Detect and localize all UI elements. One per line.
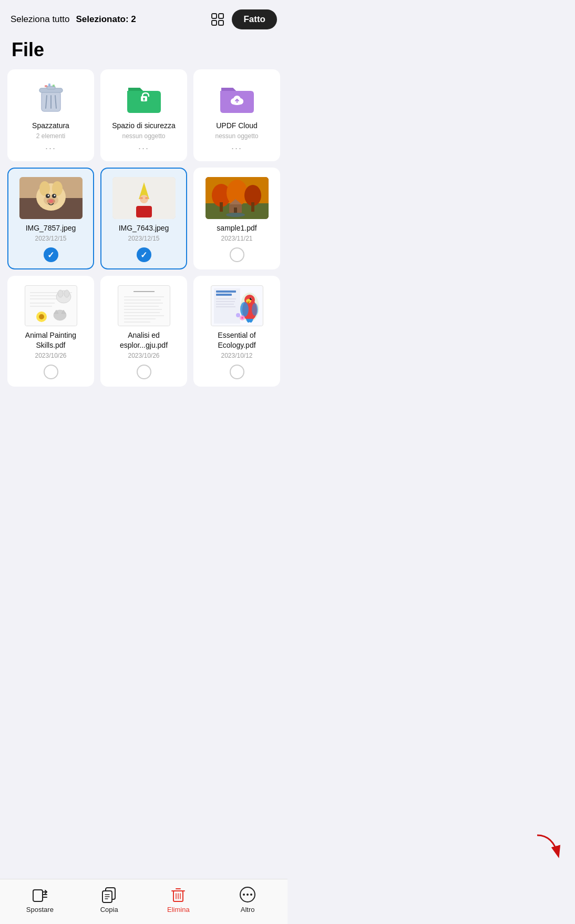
file-date-sample1: 2023/11/21 bbox=[221, 235, 252, 242]
folder-icon-sicurezza bbox=[123, 79, 165, 117]
svg-rect-3 bbox=[219, 20, 223, 25]
svg-point-60 bbox=[39, 314, 44, 319]
folder-menu-sicurezza[interactable]: ··· bbox=[138, 143, 149, 154]
svg-point-25 bbox=[52, 181, 63, 196]
folder-card-cloud[interactable]: UPDF Cloud nessun oggetto ··· bbox=[193, 69, 280, 161]
file-name-ecology: Essential of Ecology.pdf bbox=[200, 330, 274, 349]
svg-point-93 bbox=[251, 298, 252, 299]
svg-point-89 bbox=[252, 303, 258, 316]
file-card-img7857[interactable]: IMG_7857.jpeg 2023/12/15 bbox=[7, 168, 94, 269]
svg-point-51 bbox=[226, 213, 245, 217]
file-date-animal-painting: 2023/10/26 bbox=[35, 352, 66, 359]
folder-meta-sicurezza: nessun oggetto bbox=[122, 132, 165, 140]
svg-point-37 bbox=[140, 197, 143, 199]
folder-menu-cloud[interactable]: ··· bbox=[231, 143, 242, 154]
svg-point-58 bbox=[64, 290, 69, 297]
svg-rect-80 bbox=[216, 294, 232, 296]
file-date-analisi: 2023/10/26 bbox=[128, 352, 159, 359]
file-date-ecology: 2023/10/12 bbox=[221, 352, 252, 359]
svg-point-29 bbox=[47, 195, 49, 196]
folder-name-cloud: UPDF Cloud bbox=[216, 121, 258, 130]
folder-menu-spazzatura[interactable]: ··· bbox=[45, 143, 56, 154]
file-name-sample1: sample1.pdf bbox=[217, 223, 256, 233]
file-card-animal-painting[interactable]: Animal Painting Skills.pdf 2023/10/26 bbox=[7, 276, 94, 386]
svg-point-57 bbox=[58, 290, 63, 297]
fatto-button[interactable]: Fatto bbox=[232, 9, 277, 29]
folder-name-spazzatura: Spazzatura bbox=[32, 121, 69, 130]
svg-rect-47 bbox=[251, 202, 254, 212]
selection-circle-analisi[interactable] bbox=[137, 365, 151, 379]
file-name-animal-painting: Animal Painting Skills.pdf bbox=[14, 330, 88, 349]
svg-rect-11 bbox=[48, 84, 50, 86]
svg-rect-10 bbox=[45, 85, 47, 87]
svg-rect-2 bbox=[212, 20, 217, 25]
selection-circle-ecology[interactable] bbox=[230, 365, 244, 379]
svg-rect-0 bbox=[212, 14, 217, 18]
file-card-ecology[interactable]: Essential of Ecology.pdf 2023/10/12 bbox=[193, 276, 280, 386]
svg-point-14 bbox=[143, 98, 145, 100]
thumb-img7643 bbox=[112, 177, 176, 219]
thumb-analisi bbox=[118, 285, 170, 326]
svg-point-95 bbox=[241, 317, 243, 319]
selection-check-img7857[interactable] bbox=[44, 247, 58, 262]
top-bar-left: Seleziona tutto Selezionato: 2 bbox=[11, 14, 136, 25]
svg-point-38 bbox=[145, 197, 148, 199]
svg-point-30 bbox=[54, 195, 55, 196]
svg-point-88 bbox=[240, 302, 249, 317]
top-bar-right: Fatto bbox=[211, 9, 277, 29]
top-bar: Seleziona tutto Selezionato: 2 Fatto bbox=[0, 0, 288, 35]
file-card-analisi[interactable]: Analisi ed esplor...gju.pdf 2023/10/26 bbox=[100, 276, 187, 386]
svg-point-96 bbox=[236, 313, 240, 317]
svg-point-24 bbox=[39, 181, 50, 196]
file-date-img7643: 2023/12/15 bbox=[128, 235, 159, 242]
folder-meta-spazzatura: 2 elementi bbox=[36, 132, 65, 140]
thumb-img7857 bbox=[19, 177, 83, 219]
page-title: File bbox=[0, 35, 288, 69]
file-card-sample1[interactable]: sample1.pdf 2023/11/21 bbox=[193, 168, 280, 269]
thumb-ecology bbox=[211, 285, 263, 326]
selected-count: Selezionato: 2 bbox=[76, 14, 136, 25]
grid-icon bbox=[211, 13, 224, 26]
grid-view-button[interactable] bbox=[211, 13, 224, 26]
svg-point-36 bbox=[140, 195, 148, 203]
file-name-img7857: IMG_7857.jpeg bbox=[26, 223, 76, 233]
folder-card-spazzatura[interactable]: Spazzatura 2 elementi ··· bbox=[7, 69, 94, 161]
svg-rect-50 bbox=[234, 207, 237, 213]
folder-meta-cloud: nessun oggetto bbox=[215, 132, 258, 140]
file-name-analisi: Analisi ed esplor...gju.pdf bbox=[107, 330, 181, 349]
selection-circle-sample1[interactable] bbox=[230, 247, 244, 262]
trash-folder-icon bbox=[30, 79, 72, 117]
svg-rect-1 bbox=[219, 14, 223, 18]
svg-rect-12 bbox=[53, 85, 55, 87]
file-date-img7857: 2023/12/15 bbox=[35, 235, 66, 242]
file-grid: Spazzatura 2 elementi ··· Spazio di sicu… bbox=[0, 69, 288, 439]
thumb-sample1 bbox=[206, 177, 269, 219]
svg-rect-34 bbox=[136, 206, 152, 217]
folder-card-sicurezza[interactable]: Spazio di sicurezza nessun oggetto ··· bbox=[100, 69, 187, 161]
svg-point-32 bbox=[49, 200, 53, 203]
thumb-animal-painting bbox=[25, 285, 77, 326]
file-card-img7643[interactable]: IMG_7643.jpeg 2023/12/15 bbox=[100, 168, 187, 269]
file-name-img7643: IMG_7643.jpeg bbox=[119, 223, 169, 233]
svg-rect-79 bbox=[216, 290, 236, 293]
folder-name-sicurezza: Spazio di sicurezza bbox=[112, 121, 176, 130]
svg-rect-45 bbox=[220, 202, 223, 212]
selection-circle-animal-painting[interactable] bbox=[44, 365, 58, 379]
selection-check-img7643[interactable] bbox=[137, 247, 151, 262]
select-all-button[interactable]: Seleziona tutto bbox=[11, 14, 69, 25]
folder-icon-cloud bbox=[216, 79, 258, 117]
